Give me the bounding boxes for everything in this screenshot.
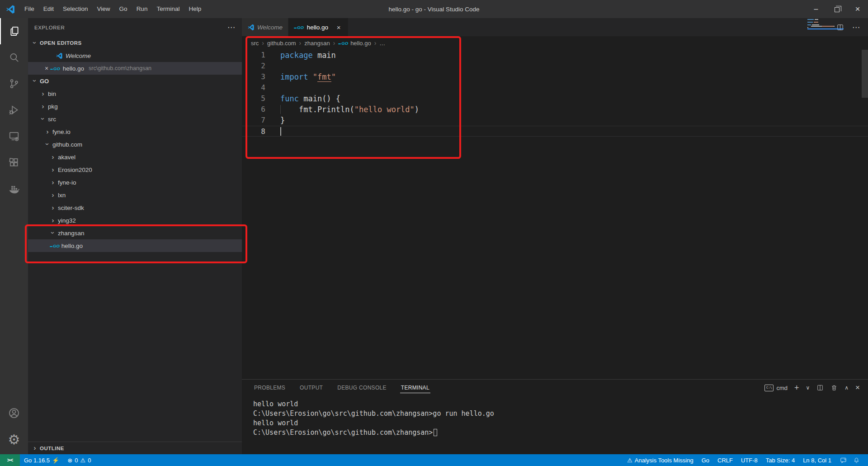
chevron-down-icon: › [31, 77, 39, 84]
terminal-line: hello world [253, 418, 859, 428]
panel-tab-problems[interactable]: PROBLEMS [253, 383, 286, 393]
panel-tab-debug-console[interactable]: DEBUG CONSOLE [336, 383, 387, 393]
docker-icon[interactable] [0, 176, 28, 202]
tree-item-akavel[interactable]: ›akavel [28, 151, 242, 163]
tree-item-label: bin [48, 90, 56, 97]
tree-item-hello-go[interactable]: GOhello.go [28, 239, 242, 252]
terminal-shell-picker[interactable]: C:\ cmd [764, 385, 788, 391]
menu-run[interactable]: Run [132, 0, 152, 18]
remote-indicator[interactable]: >< [0, 454, 20, 466]
open-editor-item-welcome[interactable]: Welcome [28, 49, 242, 62]
code-token: ) [415, 105, 419, 114]
breadcrumb-item-hellogo[interactable]: GOhello.go [338, 40, 371, 47]
tree-item-pkg[interactable]: ›pkg [28, 100, 242, 113]
notifications-bell-icon[interactable] [853, 457, 860, 464]
tree-item-github-com[interactable]: ›github.com [28, 138, 242, 151]
explorer-icon[interactable] [0, 18, 28, 44]
code-editor[interactable]: 1package main23import "fmt"45func main()… [242, 50, 868, 379]
vscode-logo-icon [54, 52, 63, 59]
breadcrumb-item-src[interactable]: src [251, 40, 259, 47]
status-item-go[interactable]: Go [698, 454, 713, 466]
code-line-4: 4 [242, 82, 868, 93]
menu-selection[interactable]: Selection [58, 0, 93, 18]
close-editor-icon[interactable]: × [43, 65, 50, 72]
tree-item-erosion2020[interactable]: ›Erosion2020 [28, 163, 242, 176]
vscode-logo-icon [5, 4, 15, 14]
explorer-more-actions-icon[interactable]: ⋯ [227, 23, 236, 32]
editor-scrollbar[interactable] [862, 50, 868, 98]
terminal-cursor [434, 429, 437, 436]
go-version-status[interactable]: Go 1.16.5 ⚡ [20, 454, 63, 466]
minimap-line [807, 27, 845, 28]
panel-tab-terminal[interactable]: TERMINAL [400, 383, 430, 393]
status-item-crlf[interactable]: CRLF [713, 454, 737, 466]
terminal-output[interactable]: hello worldC:\Users\Erosion\go\src\githu… [253, 399, 859, 454]
feedback-icon[interactable] [840, 457, 847, 464]
status-item-label: CRLF [717, 457, 733, 464]
tree-item-lxn[interactable]: ›lxn [28, 189, 242, 201]
settings-gear-icon[interactable]: ⚙ [0, 426, 28, 452]
tree-item-src[interactable]: ›src [28, 113, 242, 125]
menu-terminal[interactable]: Terminal [152, 0, 184, 18]
code-token: } [280, 116, 285, 125]
tree-item-bin[interactable]: ›bin [28, 87, 242, 100]
activity-bar: ⚙ [0, 18, 28, 454]
panel-tab-output[interactable]: OUTPUT [299, 383, 324, 393]
tree-item-fyne-io[interactable]: ›fyne-io [28, 176, 242, 189]
tree-item-zhangsan[interactable]: ›zhangsan [28, 227, 242, 239]
account-icon[interactable] [0, 400, 28, 426]
close-panel-icon[interactable]: × [855, 383, 860, 392]
menu-edit[interactable]: Edit [39, 0, 58, 18]
tab-welcome[interactable]: Welcome [242, 18, 288, 36]
code-token: " [313, 72, 317, 81]
breadcrumb-item-[interactable]: … [379, 40, 385, 47]
code-line-2: 2 [242, 61, 868, 71]
open-editors-header[interactable]: ›OPEN EDITORS [28, 37, 242, 49]
menu-go[interactable]: Go [115, 0, 132, 18]
minimap-line [807, 26, 845, 27]
status-item-tab-size--4[interactable]: Tab Size: 4 [762, 454, 799, 466]
status-item-analysis-tools-missing[interactable]: ⚠Analysis Tools Missing [623, 454, 697, 466]
status-item-ln-8--col-1[interactable]: Ln 8, Col 1 [799, 454, 835, 466]
menu-help[interactable]: Help [184, 0, 206, 18]
tree-item-ying32[interactable]: ›ying32 [28, 214, 242, 227]
status-item-label: Go [702, 457, 709, 464]
tree-item-fyne-io[interactable]: ›fyne.io [28, 125, 242, 138]
kill-terminal-trash-icon[interactable] [830, 384, 838, 391]
problems-status[interactable]: ⊗ 0 ⚠ 0 [63, 454, 95, 466]
code-token: fmt [317, 72, 331, 82]
maximize-panel-icon[interactable]: ∧ [844, 385, 849, 391]
breadcrumb-item-zhangsan[interactable]: zhangsan [304, 40, 330, 47]
menu-file[interactable]: File [20, 0, 39, 18]
minimap[interactable] [807, 19, 845, 30]
tree-item-label: fyne-io [58, 179, 76, 186]
status-item-utf-8[interactable]: UTF-8 [737, 454, 762, 466]
search-icon[interactable] [0, 44, 28, 71]
open-editor-item-hello-go[interactable]: ×GOhello.gosrc\github.com\zhangsan [28, 62, 242, 75]
restore-button[interactable] [826, 0, 847, 18]
tab-hello-go[interactable]: GO hello.go × [288, 18, 349, 36]
tab-close-icon[interactable]: × [335, 24, 343, 31]
menu-view[interactable]: View [93, 0, 115, 18]
editor-item-label: hello.go [63, 65, 84, 72]
editor-more-actions-icon[interactable]: ⋯ [852, 23, 860, 32]
tree-item-sciter-sdk[interactable]: ›sciter-sdk [28, 201, 242, 214]
tree-item-label: sciter-sdk [58, 204, 84, 211]
split-terminal-icon[interactable] [816, 384, 824, 391]
new-terminal-icon[interactable]: + [794, 383, 799, 393]
run-and-debug-icon[interactable] [0, 97, 28, 123]
minimize-button[interactable]: – [806, 0, 826, 18]
source-control-icon[interactable] [0, 71, 28, 97]
folder-section-header[interactable]: ›GO [28, 75, 242, 87]
tree-item-label: fyne.io [52, 128, 71, 135]
line-content: } [280, 115, 285, 126]
outline-section-header[interactable]: › OUTLINE [28, 442, 242, 454]
breadcrumb-item-githubcom[interactable]: github.com [267, 40, 296, 47]
close-window-button[interactable]: × [847, 0, 868, 18]
line-number: 2 [242, 61, 265, 71]
chevron-right-icon: › [50, 153, 56, 161]
terminal-dropdown-icon[interactable]: ∨ [806, 385, 810, 391]
remote-explorer-icon[interactable] [0, 123, 28, 149]
extensions-icon[interactable] [0, 149, 28, 176]
tree-item-label: github.com [52, 141, 82, 148]
